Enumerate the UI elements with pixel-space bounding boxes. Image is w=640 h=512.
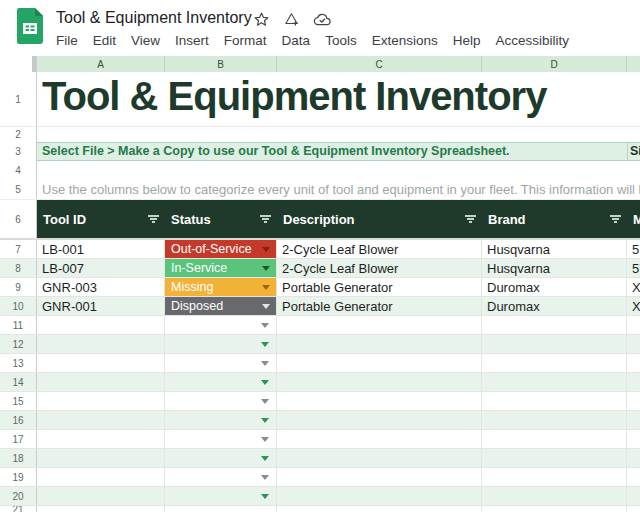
empty-cell[interactable]: [482, 373, 627, 391]
row-number-21[interactable]: 21: [0, 506, 37, 512]
status-dropdown-chip[interactable]: Missing: [165, 278, 276, 296]
empty-cell[interactable]: [37, 411, 165, 429]
empty-cell[interactable]: [37, 506, 165, 512]
empty-cell[interactable]: [277, 335, 482, 353]
empty-cell[interactable]: [277, 392, 482, 410]
empty-cell[interactable]: [627, 411, 640, 429]
cell-tool-id[interactable]: LB-007: [37, 259, 165, 277]
menu-extensions[interactable]: Extensions: [372, 33, 438, 48]
empty-cell[interactable]: [277, 468, 482, 486]
empty-status-cell[interactable]: [165, 373, 277, 391]
dropdown-arrow-icon[interactable]: [261, 323, 269, 328]
empty-cell[interactable]: [482, 354, 627, 372]
empty-status-cell[interactable]: [165, 392, 277, 410]
empty-status-cell[interactable]: [165, 411, 277, 429]
status-dropdown-chip[interactable]: Out-of-Service: [165, 240, 276, 258]
instruction-banner-cell[interactable]: Select File > Make a Copy to use our Too…: [37, 142, 640, 161]
cell-brand[interactable]: Husqvarna: [482, 259, 627, 277]
empty-cell[interactable]: [277, 506, 482, 512]
empty-cell[interactable]: [37, 354, 165, 372]
document-title[interactable]: Tool & Equipment Inventory: [56, 9, 252, 27]
row-number-10[interactable]: 10: [0, 297, 37, 315]
cell-status[interactable]: Disposed: [165, 297, 277, 315]
dropdown-arrow-icon[interactable]: [262, 266, 270, 271]
menu-edit[interactable]: Edit: [93, 33, 116, 48]
row-number-2[interactable]: 2: [0, 127, 37, 142]
empty-cell[interactable]: [627, 506, 640, 512]
filter-icon[interactable]: [148, 215, 159, 223]
empty-status-cell[interactable]: [165, 354, 277, 372]
empty-cell[interactable]: [37, 430, 165, 448]
cell-model[interactable]: XP: [627, 278, 640, 296]
empty-cell[interactable]: [482, 506, 627, 512]
empty-cell[interactable]: [482, 392, 627, 410]
cell-tool-id[interactable]: LB-001: [37, 240, 165, 258]
menu-file[interactable]: File: [56, 33, 78, 48]
row-number-3[interactable]: 3: [0, 142, 37, 161]
empty-cell[interactable]: [37, 392, 165, 410]
filter-icon[interactable]: [465, 215, 476, 223]
cell-description[interactable]: 2-Cycle Leaf Blower: [277, 259, 482, 277]
empty-cell[interactable]: [277, 430, 482, 448]
cell-brand[interactable]: Duromax: [482, 278, 627, 296]
dropdown-arrow-icon[interactable]: [261, 437, 269, 442]
dropdown-arrow-icon[interactable]: [261, 399, 269, 404]
menu-help[interactable]: Help: [453, 33, 481, 48]
row-number-18[interactable]: 18: [0, 449, 37, 467]
empty-status-cell[interactable]: [165, 487, 277, 505]
empty-cell[interactable]: [627, 430, 640, 448]
empty-cell[interactable]: [627, 392, 640, 410]
cell-tool-id[interactable]: GNR-001: [37, 297, 165, 315]
dropdown-arrow-icon[interactable]: [261, 456, 269, 461]
empty-cell[interactable]: [37, 316, 165, 334]
menu-tools[interactable]: Tools: [325, 33, 357, 48]
empty-status-cell[interactable]: [165, 335, 277, 353]
row-number-8[interactable]: 8: [0, 259, 37, 277]
menu-accessibility[interactable]: Accessibility: [495, 33, 569, 48]
row-number-12[interactable]: 12: [0, 335, 37, 353]
dropdown-arrow-icon[interactable]: [261, 418, 269, 423]
empty-cell[interactable]: [277, 411, 482, 429]
cell-description[interactable]: 2-Cycle Leaf Blower: [277, 240, 482, 258]
menu-view[interactable]: View: [131, 33, 160, 48]
empty-cell[interactable]: [37, 468, 165, 486]
row-number-6[interactable]: 6: [0, 200, 37, 238]
row-number-17[interactable]: 17: [0, 430, 37, 448]
cell-model[interactable]: 57: [627, 259, 640, 277]
column-header-b[interactable]: B: [165, 56, 277, 72]
menu-data[interactable]: Data: [282, 33, 311, 48]
header-cell-model[interactable]: Me: [627, 200, 640, 238]
empty-cell[interactable]: [277, 354, 482, 372]
empty-cell[interactable]: [482, 449, 627, 467]
column-header-e[interactable]: [627, 56, 640, 72]
empty-cell[interactable]: [277, 316, 482, 334]
empty-cell[interactable]: [482, 468, 627, 486]
empty-status-cell[interactable]: [165, 468, 277, 486]
star-icon[interactable]: [253, 11, 270, 28]
empty-cell[interactable]: [482, 487, 627, 505]
cell-description[interactable]: Portable Generator: [277, 297, 482, 315]
row-number-9[interactable]: 9: [0, 278, 37, 296]
filter-icon[interactable]: [610, 215, 621, 223]
dropdown-arrow-icon[interactable]: [261, 342, 269, 347]
empty-cell[interactable]: [277, 449, 482, 467]
empty-status-cell[interactable]: [165, 316, 277, 334]
status-dropdown-chip[interactable]: Disposed: [165, 297, 276, 315]
empty-cell[interactable]: [37, 335, 165, 353]
menu-insert[interactable]: Insert: [175, 33, 209, 48]
empty-cell[interactable]: [482, 335, 627, 353]
empty-cell[interactable]: [627, 468, 640, 486]
empty-cell[interactable]: [627, 354, 640, 372]
row-number-19[interactable]: 19: [0, 468, 37, 486]
header-cell-status[interactable]: Status: [165, 200, 277, 238]
column-header-a[interactable]: A: [37, 56, 165, 72]
empty-cell[interactable]: [627, 316, 640, 334]
select-all-corner[interactable]: [0, 56, 37, 72]
sheet-title-cell[interactable]: Tool & Equipment Inventory: [42, 74, 546, 119]
usage-note-cell[interactable]: Use the columns below to categorize ever…: [42, 182, 640, 197]
empty-status-cell[interactable]: [165, 449, 277, 467]
row-number-1[interactable]: 1: [0, 72, 37, 126]
empty-cell[interactable]: [627, 449, 640, 467]
cell-status[interactable]: Missing: [165, 278, 277, 296]
add-shortcut-icon[interactable]: [283, 11, 300, 28]
